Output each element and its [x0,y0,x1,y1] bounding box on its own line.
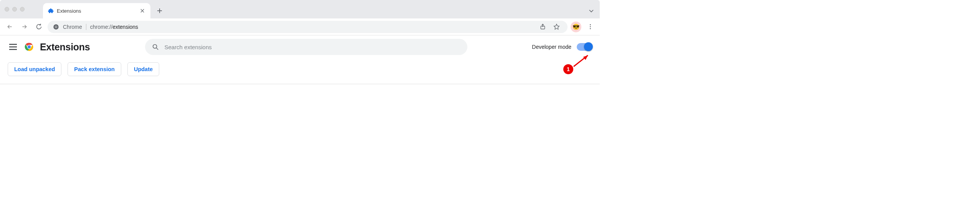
back-button[interactable] [4,21,15,33]
tab-strip: Extensions [43,3,600,18]
tab-title: Extensions [57,8,136,14]
arrow-right-icon [21,23,28,30]
browser-toolbar: Chrome chrome://extensions 😎 [0,18,600,35]
developer-mode-label: Developer mode [532,44,571,50]
search-icon [152,43,159,50]
tab-extensions[interactable]: Extensions [43,3,150,18]
sunglasses-emoji-icon: 😎 [572,23,580,30]
omnibox-url: chrome://extensions [90,24,138,30]
search-extensions-field[interactable] [145,39,467,55]
page-title: Extensions [40,42,90,53]
svg-line-22 [157,48,158,50]
star-icon [553,23,560,30]
hamburger-icon [9,43,17,51]
developer-action-bar: Load unpacked Pack extension Update [0,58,600,84]
vertical-dots-icon [587,23,594,30]
hamburger-button[interactable] [8,42,18,52]
omnibox-chip: Chrome [63,24,86,30]
traffic-light-close[interactable] [5,7,9,12]
update-button[interactable]: Update [127,62,159,76]
chrome-icon [53,24,59,30]
plus-icon [157,8,162,13]
reload-button[interactable] [33,21,45,33]
chrome-logo-icon [24,42,35,52]
developer-mode-toggle[interactable] [577,43,592,51]
traffic-light-zoom[interactable] [20,7,25,12]
tab-close-button[interactable] [139,7,146,14]
arrow-left-icon [7,23,13,30]
svg-point-13 [590,26,591,27]
share-button[interactable] [537,21,548,33]
profile-avatar[interactable]: 😎 [571,22,581,32]
chevron-down-icon[interactable] [588,8,594,14]
address-bar[interactable]: Chrome chrome://extensions [48,21,568,33]
share-icon [539,23,546,30]
new-tab-button[interactable] [153,5,166,17]
extensions-header: Extensions Developer mode [0,35,600,58]
svg-point-14 [590,28,591,29]
svg-point-12 [590,24,591,25]
svg-point-8 [55,26,57,28]
browser-menu-button[interactable] [584,21,596,33]
extensions-page: Extensions Developer mode Load unpacked … [0,35,600,84]
svg-point-20 [28,45,31,48]
search-input[interactable] [164,44,460,50]
forward-button[interactable] [18,21,30,33]
svg-point-21 [153,45,157,48]
traffic-lights [5,7,25,12]
reload-icon [36,23,42,30]
toggle-knob [584,42,593,51]
traffic-light-minimize[interactable] [12,7,17,12]
load-unpacked-button[interactable]: Load unpacked [8,62,61,76]
puzzle-piece-icon [48,8,54,14]
window-chrome: Extensions [0,0,600,18]
pack-extension-button[interactable]: Pack extension [68,62,121,76]
bookmark-button[interactable] [551,21,562,33]
svg-marker-11 [554,24,559,30]
